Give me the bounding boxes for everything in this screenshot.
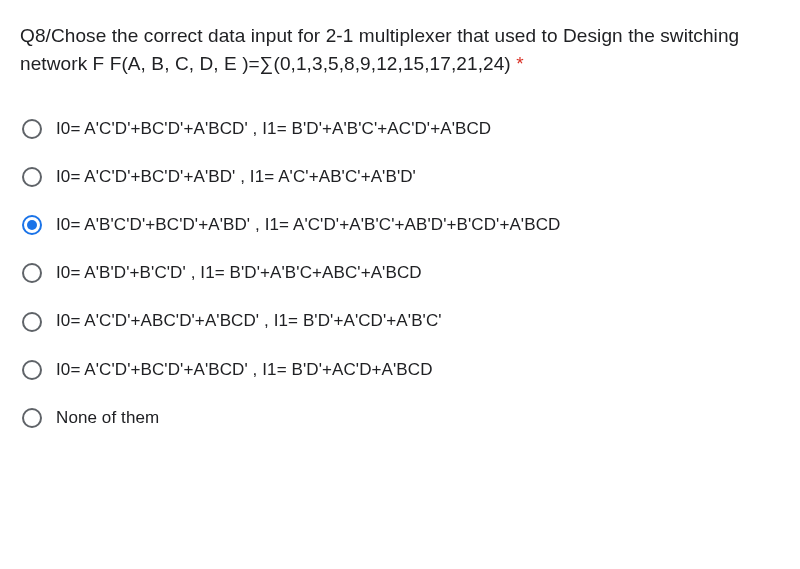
option-label: I0= A'B'C'D'+BC'D'+A'BD' , I1= A'C'D'+A'… <box>56 214 560 236</box>
question-body: Q8/Chose the correct data input for 2-1 … <box>20 25 739 74</box>
radio-icon <box>22 167 42 187</box>
radio-icon <box>22 360 42 380</box>
option-label: I0= A'C'D'+BC'D'+A'BD' , I1= A'C'+AB'C'+… <box>56 166 416 188</box>
option-label: I0= A'B'D'+B'C'D' , I1= B'D'+A'B'C+ABC'+… <box>56 262 422 284</box>
options-group: I0= A'C'D'+BC'D'+A'BCD' , I1= B'D'+A'B'C… <box>20 105 784 442</box>
question-card: Q8/Chose the correct data input for 2-1 … <box>0 0 800 452</box>
required-indicator: * <box>516 53 524 74</box>
option-3[interactable]: I0= A'B'C'D'+BC'D'+A'BD' , I1= A'C'D'+A'… <box>20 201 784 249</box>
radio-icon <box>22 408 42 428</box>
option-label: I0= A'C'D'+BC'D'+A'BCD' , I1= B'D'+A'B'C… <box>56 118 491 140</box>
question-text: Q8/Chose the correct data input for 2-1 … <box>20 22 784 77</box>
option-label: None of them <box>56 407 159 429</box>
radio-icon <box>22 263 42 283</box>
radio-icon <box>22 119 42 139</box>
option-7[interactable]: None of them <box>20 394 784 442</box>
radio-icon <box>22 312 42 332</box>
radio-icon-selected <box>22 215 42 235</box>
option-label: I0= A'C'D'+ABC'D'+A'BCD' , I1= B'D'+A'CD… <box>56 310 442 332</box>
option-5[interactable]: I0= A'C'D'+ABC'D'+A'BCD' , I1= B'D'+A'CD… <box>20 297 784 345</box>
option-2[interactable]: I0= A'C'D'+BC'D'+A'BD' , I1= A'C'+AB'C'+… <box>20 153 784 201</box>
option-1[interactable]: I0= A'C'D'+BC'D'+A'BCD' , I1= B'D'+A'B'C… <box>20 105 784 153</box>
option-6[interactable]: I0= A'C'D'+BC'D'+A'BCD' , I1= B'D'+AC'D+… <box>20 346 784 394</box>
option-4[interactable]: I0= A'B'D'+B'C'D' , I1= B'D'+A'B'C+ABC'+… <box>20 249 784 297</box>
option-label: I0= A'C'D'+BC'D'+A'BCD' , I1= B'D'+AC'D+… <box>56 359 433 381</box>
